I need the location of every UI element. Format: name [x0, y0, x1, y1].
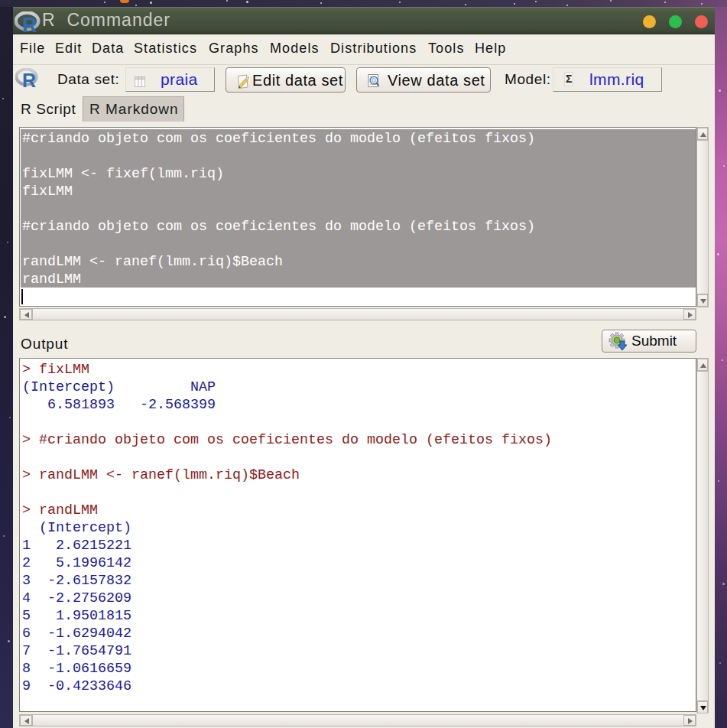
svg-text:R: R: [22, 70, 36, 89]
svg-text:R: R: [22, 14, 37, 34]
